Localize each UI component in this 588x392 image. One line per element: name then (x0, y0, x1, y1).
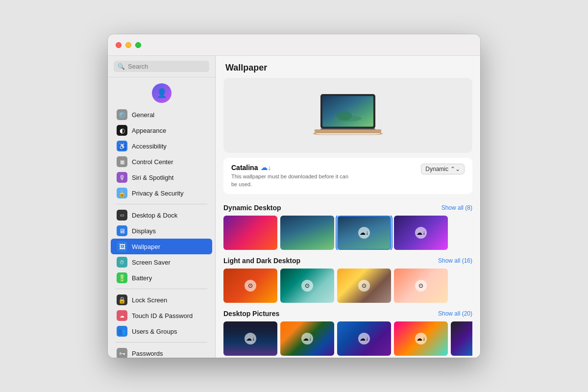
wallpaper-thumb[interactable]: ⊙ (280, 269, 334, 303)
sidebar-item-label: Lock Screen (132, 296, 167, 304)
sidebar-item-siri[interactable]: 🎙 Siri & Spotlight (111, 170, 212, 185)
download-icon: ⊙ (245, 280, 256, 292)
sidebar-item-label: Users & Groups (132, 328, 177, 335)
download-icon: ☁↓ (415, 227, 427, 239)
sidebar-item-label: Screen Saver (132, 259, 171, 266)
sidebar-item-battery[interactable]: 🔋 Battery (111, 270, 212, 286)
control-center-icon: ▦ (117, 156, 127, 167)
gallery-header: Dynamic Desktop Show all (8) (223, 204, 472, 212)
sidebar-item-passwords[interactable]: 🗝 Passwords (111, 345, 212, 358)
wallpaper-thumb[interactable] (451, 321, 472, 356)
passwords-icon: 🗝 (117, 348, 127, 358)
minimize-button[interactable] (125, 42, 131, 48)
sidebar-item-label: Displays (132, 227, 156, 235)
wallpaper-thumb[interactable]: ☁↓ (223, 321, 277, 356)
sidebar-item-desktop-dock[interactable]: ▭ Desktop & Dock (111, 207, 212, 223)
sidebar-item-lock-screen[interactable]: 🔒 Lock Screen (111, 292, 212, 308)
sidebar-item-users-groups[interactable]: 👥 Users & Groups (111, 323, 212, 339)
dynamic-dropdown[interactable]: Dynamic ⌃⌄ (421, 164, 465, 174)
sidebar-divider-2 (116, 289, 207, 289)
wallpaper-thumb[interactable] (280, 216, 334, 250)
svg-point-4 (336, 111, 352, 120)
svg-rect-2 (322, 96, 373, 126)
maximize-button[interactable] (135, 42, 141, 48)
wallpaper-thumb[interactable]: ☁↓ (394, 321, 448, 356)
gallery-section-dynamic-desktop: Dynamic Desktop Show all (8) ☁↓ ☁↓ (216, 199, 480, 252)
sidebar-item-general[interactable]: ⚙️ General (111, 107, 212, 122)
gallery-header: Desktop Pictures Show all (20) (223, 310, 472, 318)
siri-icon: 🎙 (117, 172, 127, 183)
sidebar-item-screen-saver[interactable]: ⏱ Screen Saver (111, 254, 212, 270)
sidebar-item-wallpaper[interactable]: 🖼 Wallpaper (111, 239, 212, 254)
user-avatar-item[interactable]: 👤 (108, 81, 215, 107)
wallpaper-thumb[interactable]: ⊙ (337, 269, 391, 303)
sidebar-item-label: General (132, 111, 154, 119)
gallery-section-title: Light and Dark Desktop (223, 257, 300, 265)
dynamic-label: Dynamic (425, 166, 448, 172)
accessibility-icon: ♿ (117, 141, 127, 151)
download-icon: ☁↓ (358, 333, 370, 344)
laptop-illustration (309, 90, 387, 141)
wallpaper-thumb[interactable]: ⊙ (394, 269, 448, 303)
gallery-section-title: Dynamic Desktop (223, 204, 281, 212)
download-icon: ⊙ (358, 280, 370, 292)
show-all-light-dark[interactable]: Show all (16) (438, 257, 472, 264)
wallpaper-thumb[interactable] (223, 216, 277, 250)
sidebar: 🔍 👤 ⚙️ General ◐ Appearan (108, 56, 216, 358)
right-panel: Wallpaper (216, 56, 480, 358)
screen-saver-icon: ⏱ (117, 257, 127, 268)
desktop-dock-icon: ▭ (117, 210, 127, 220)
sidebar-item-label: Passwords (132, 350, 163, 357)
privacy-icon: 🔒 (117, 188, 127, 198)
search-bar[interactable]: 🔍 (114, 61, 209, 72)
wallpaper-thumb[interactable]: ☁↓ (337, 321, 391, 356)
wallpaper-name-section: Catalina ☁↓ This wallpaper must be downl… (231, 164, 349, 188)
cloud-download-icon[interactable]: ☁↓ (261, 164, 271, 172)
wallpaper-thumb[interactable]: ⊙ (223, 269, 277, 303)
sidebar-item-appearance[interactable]: ◐ Appearance (111, 122, 212, 138)
gallery-section-title: Desktop Pictures (223, 310, 279, 318)
sidebar-item-label: Accessibility (132, 143, 167, 150)
sidebar-item-touch-id[interactable]: ☁ Touch ID & Password (111, 308, 212, 323)
sidebar-divider-3 (116, 342, 207, 343)
general-icon: ⚙️ (117, 109, 127, 120)
sidebar-item-control-center[interactable]: ▦ Control Center (111, 154, 212, 170)
wallpaper-thumb-selected[interactable]: ☁↓ (337, 216, 391, 250)
panel-title: Wallpaper (216, 56, 480, 78)
wallpaper-name: Catalina ☁↓ (231, 164, 349, 172)
wallpaper-info-card: Catalina ☁↓ This wallpaper must be downl… (223, 158, 472, 194)
download-icon: ⊙ (301, 280, 313, 292)
download-icon: ⊙ (415, 280, 427, 292)
show-all-dynamic[interactable]: Show all (8) (441, 204, 472, 211)
gallery-header: Light and Dark Desktop Show all (16) (223, 257, 472, 265)
wallpaper-name-text: Catalina (231, 164, 258, 172)
appearance-icon: ◐ (117, 125, 127, 136)
sidebar-item-displays[interactable]: 🖥 Displays (111, 223, 212, 239)
titlebar (108, 34, 480, 56)
download-icon: ☁↓ (245, 333, 256, 344)
sidebar-item-label: Privacy & Security (132, 190, 183, 197)
displays-icon: 🖥 (117, 225, 127, 236)
wallpaper-desc: This wallpaper must be downloaded before… (231, 173, 349, 188)
wallpaper-thumb[interactable]: ☁↓ (280, 321, 334, 356)
download-icon: ☁↓ (415, 333, 427, 344)
gallery-section-light-dark: Light and Dark Desktop Show all (16) ⊙ ⊙… (216, 252, 480, 305)
sidebar-divider-1 (116, 204, 207, 204)
wallpaper-icon: 🖼 (117, 241, 127, 252)
traffic-lights (116, 42, 141, 48)
search-input[interactable] (128, 63, 205, 70)
main-window: 🔍 👤 ⚙️ General ◐ Appearan (108, 34, 480, 358)
gallery-section-desktop-pictures: Desktop Pictures Show all (20) ☁↓ ☁↓ ☁↓ … (216, 305, 480, 358)
main-content: 🔍 👤 ⚙️ General ◐ Appearan (108, 56, 480, 358)
gallery-grid-desktop: ☁↓ ☁↓ ☁↓ ☁↓ (223, 321, 472, 356)
touch-id-icon: ☁ (117, 310, 127, 321)
wallpaper-thumb[interactable]: ☁↓ (394, 216, 448, 250)
close-button[interactable] (116, 42, 122, 48)
sidebar-item-accessibility[interactable]: ♿ Accessibility (111, 138, 212, 154)
show-all-desktop[interactable]: Show all (20) (438, 310, 472, 317)
laptop-preview (223, 78, 472, 153)
gallery-grid-dynamic: ☁↓ ☁↓ (223, 216, 472, 250)
sidebar-item-privacy[interactable]: 🔒 Privacy & Security (111, 185, 212, 201)
user-avatar: 👤 (152, 83, 172, 103)
sidebar-item-label: Touch ID & Password (132, 312, 193, 319)
